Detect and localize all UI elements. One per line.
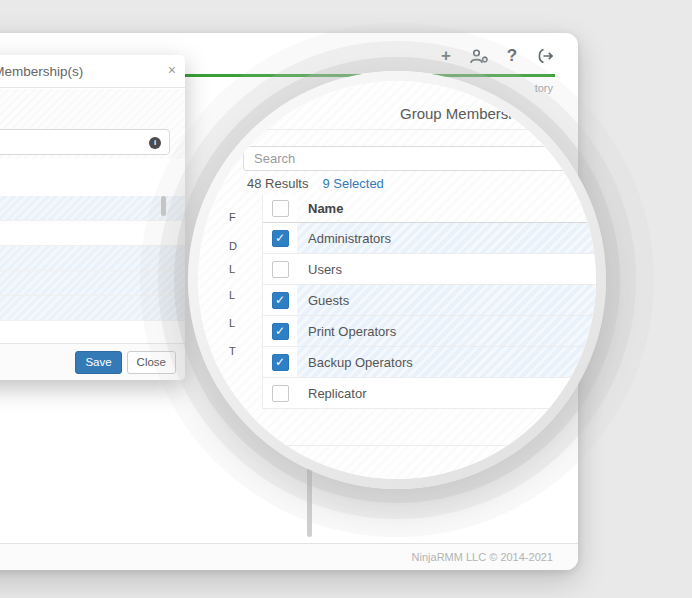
save-button[interactable]: Save [75,351,121,374]
table-row[interactable]: Users [263,254,596,285]
group-name: Guests [297,285,596,315]
header-divider [210,129,596,130]
row-checkbox[interactable] [272,385,289,402]
magnifier-content: Group Membership(s) 48 Results 9 Selecte… [198,81,596,479]
table-row[interactable]: Print Operators [263,316,596,347]
row-checkbox[interactable] [272,354,289,371]
checkbox-cell [263,285,297,315]
dialog-body: i [0,89,185,343]
name-column-header[interactable]: Name [297,195,596,222]
copyright-text: NinjaRMM LLC © 2014-2021 [412,551,553,563]
row-checkbox[interactable] [272,261,289,278]
table-row[interactable]: Backup Operators [263,347,596,378]
magnifier-lens: Group Membership(s) 48 Results 9 Selecte… [188,71,606,489]
toolbar: + ? [436,46,555,66]
close-icon[interactable]: × [168,62,176,78]
row-checkbox[interactable] [272,323,289,340]
logout-glyph [537,48,554,64]
field-initial: T [229,345,236,357]
row-checkbox[interactable] [272,292,289,309]
magnified-search-input[interactable] [244,147,596,170]
list-scrollbar[interactable] [161,196,166,216]
results-summary: 48 Results 9 Selected [247,176,384,191]
checkbox-cell [263,347,297,377]
dialog-title: Group Membership(s) [0,64,83,79]
group-membership-dialog: Group Membership(s) × i Save Close [0,55,185,380]
table-row[interactable]: Administrators [263,223,596,254]
selected-count-link[interactable]: 9 Selected [322,176,383,191]
group-name: Replicator [297,378,596,408]
field-initial: L [229,263,235,275]
group-name: Backup Operators [297,347,596,377]
select-all-checkbox[interactable] [272,200,289,217]
field-initial: D [229,240,237,252]
results-count: 48 Results [247,176,308,191]
dialog-search-input[interactable] [0,130,169,154]
table-row[interactable]: Replicator [263,378,596,409]
add-icon[interactable]: + [436,46,456,66]
user-settings-glyph [470,49,489,64]
checkbox-cell [263,378,297,408]
page-tab-partial-label: tory [535,82,553,94]
checkbox-cell [263,254,297,284]
table-header-row: Name [263,195,596,223]
search-info-icon[interactable]: i [149,137,161,149]
help-icon[interactable]: ? [502,46,522,66]
group-name: Administrators [297,223,596,253]
dialog-search-field[interactable]: i [0,129,170,155]
dialog-footer: Save Close [0,343,185,380]
close-button[interactable]: Close [127,351,176,374]
dialog-header: Group Membership(s) × [0,55,185,88]
list-item[interactable] [0,196,185,221]
screenshot-stage: + ? tory NinjaRMM LLC © 2014-2021 [0,0,692,598]
checkbox-cell [263,223,297,253]
list-item[interactable] [0,221,185,246]
list-item[interactable] [0,246,185,271]
logout-icon[interactable] [535,46,555,66]
user-settings-icon[interactable] [469,46,489,66]
magnified-search-field[interactable] [243,146,596,171]
list-item[interactable] [0,271,185,296]
group-name: Print Operators [297,316,596,346]
checkbox-cell [263,316,297,346]
dialog-group-list [0,159,185,346]
table-row[interactable]: Guests [263,285,596,316]
field-initial: L [229,317,235,329]
header-checkbox-cell [263,195,297,222]
group-table: Name Administrators Users [262,195,596,409]
field-initial: L [229,289,235,301]
row-checkbox[interactable] [272,230,289,247]
field-initial: F [229,211,236,223]
group-name: Users [297,254,596,284]
list-item[interactable] [0,296,185,321]
window-footer: NinjaRMM LLC © 2014-2021 [0,543,578,570]
footer-divider [238,445,556,446]
